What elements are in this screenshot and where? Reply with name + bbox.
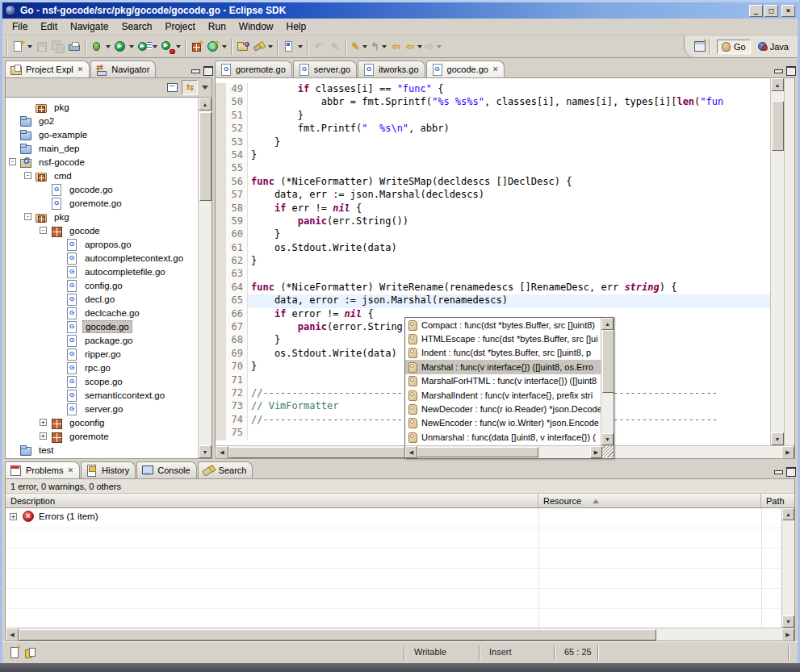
tree-item-gocode[interactable]: -gocode <box>6 223 198 237</box>
tab-itworks-go[interactable]: itworks.go <box>358 61 425 77</box>
tree-item-semanticcontext-go[interactable]: semanticcontext.go <box>6 388 198 402</box>
tree-item-config-go[interactable]: config.go <box>6 278 198 292</box>
editor-presentation-icon[interactable] <box>25 648 36 658</box>
run-button[interactable]: ▶ <box>112 38 136 56</box>
tab-goremote-go[interactable]: goremote.go <box>215 61 292 77</box>
perspective-go-button[interactable]: Go <box>717 40 751 54</box>
scroll-up-icon[interactable]: ▲ <box>199 98 212 111</box>
tree-item-go-example[interactable]: go-example <box>6 127 198 141</box>
open-type-button[interactable] <box>235 38 251 56</box>
expander-plus-icon[interactable]: + <box>40 419 47 426</box>
menu-help[interactable]: Help <box>280 19 313 34</box>
annotation-nav-button[interactable] <box>281 38 304 56</box>
save-all-button[interactable] <box>50 38 66 56</box>
expander-minus-icon[interactable]: - <box>40 227 47 234</box>
code-line-50[interactable]: 50 abbr = fmt.Sprintf("%s %s%s", classes… <box>216 96 770 109</box>
tree-item-goremote[interactable]: +goremote <box>6 429 198 443</box>
perspective-java-button[interactable]: Java <box>754 40 793 53</box>
run-last-button[interactable]: ▶ <box>159 38 182 56</box>
expander-plus-icon[interactable]: + <box>40 432 47 440</box>
close-button[interactable]: × <box>781 5 795 17</box>
scroll-left-icon[interactable]: ◀ <box>6 628 19 641</box>
completion-item-newdecoder[interactable]: NewDecoder : func(r io.Reader) *json.Dec… <box>405 402 601 415</box>
scroll-down-icon[interactable]: ▼ <box>782 616 794 628</box>
maximize-view-icon[interactable] <box>785 467 795 475</box>
tab-server-go[interactable]: server.go <box>293 61 357 77</box>
scroll-down-icon[interactable]: ▼ <box>199 445 212 458</box>
code-line-57[interactable]: 57 data, err := json.Marshal(decldescs) <box>216 189 770 202</box>
dropdown-arrow-icon[interactable] <box>129 45 134 51</box>
dropdown-arrow-icon[interactable] <box>417 45 422 51</box>
code-line-65[interactable]: 65 data, error := json.Marshal(renamedes… <box>216 294 770 307</box>
scroll-up-icon[interactable]: ▲ <box>782 508 794 520</box>
dropdown-arrow-icon[interactable] <box>176 45 181 51</box>
dropdown-arrow-icon[interactable] <box>106 45 111 51</box>
fast-view-icon[interactable] <box>10 647 19 658</box>
tree-item-goconfig[interactable]: +goconfig <box>6 415 198 429</box>
tree-item-go2[interactable]: go2 <box>6 114 198 127</box>
maximize-button[interactable]: □ <box>764 5 778 17</box>
completion-item-indent[interactable]: Indent : func(dst *bytes.Buffer, src []u… <box>405 346 601 360</box>
scroll-up-icon[interactable]: ▲ <box>601 318 614 330</box>
expander-minus-icon[interactable]: - <box>24 172 31 179</box>
go-into-button[interactable]: ↰ <box>369 38 388 56</box>
scroll-down-icon[interactable]: ▼ <box>601 433 614 445</box>
popup-horizontal-scrollbar[interactable]: ◀ ▶ <box>405 445 614 458</box>
code-line-52[interactable]: 52 fmt.Printf(" %s\n", abbr) <box>216 123 770 136</box>
format-button[interactable]: ✎ <box>327 38 343 56</box>
expander-minus-icon[interactable]: - <box>9 158 16 165</box>
menu-file[interactable]: File <box>6 19 34 34</box>
code-line-49[interactable]: 49 if classes[i] == "func" { <box>216 83 770 96</box>
tree-item-main-dep[interactable]: main_dep <box>6 141 198 155</box>
minimize-view-icon[interactable] <box>773 66 783 74</box>
new-package-button[interactable]: ✦ <box>189 38 205 56</box>
tab-history[interactable]: History <box>81 461 136 478</box>
collapse-all-icon[interactable] <box>167 83 178 92</box>
completion-item-htmlescape[interactable]: HTMLEscape : func(dst *bytes.Buffer, src… <box>405 332 601 345</box>
back-to-button[interactable]: ⇦ <box>388 38 404 56</box>
dropdown-arrow-icon[interactable] <box>362 45 367 51</box>
menu-project[interactable]: Project <box>158 19 201 34</box>
scrollbar-thumb[interactable] <box>602 330 614 393</box>
tab-navigator[interactable]: Navigator <box>90 61 156 77</box>
minimize-button[interactable]: _ <box>749 5 763 17</box>
code-line-60[interactable]: 60 } <box>216 228 770 241</box>
link-with-editor-icon[interactable]: ⇆ <box>182 80 198 95</box>
editor-vertical-scrollbar[interactable]: ▲ ▼ <box>770 78 784 445</box>
problems-row-errors-1-item-[interactable]: +Errors (1 item) <box>6 508 781 524</box>
scroll-left-icon[interactable]: ◀ <box>405 446 417 458</box>
tree-item-goremote-go[interactable]: goremote.go <box>6 196 198 210</box>
tree-item-ripper-go[interactable]: ripper.go <box>6 347 198 361</box>
dropdown-arrow-icon[interactable] <box>268 45 273 51</box>
completion-item-marshal[interactable]: Marshal : func(v interface{}) ([]uint8, … <box>405 360 601 374</box>
completion-item-compact[interactable]: Compact : func(dst *bytes.Buffer, src []… <box>405 318 601 332</box>
scroll-right-icon[interactable]: ▶ <box>590 446 602 458</box>
maximize-view-icon[interactable] <box>203 66 212 74</box>
tree-item-pkg[interactable]: -pkg <box>6 210 198 223</box>
dropdown-arrow-icon[interactable] <box>27 45 32 51</box>
tree-item-pkg[interactable]: pkg <box>6 100 198 114</box>
scrollbar-thumb[interactable] <box>772 101 784 151</box>
minimize-view-icon[interactable] <box>191 66 200 74</box>
dropdown-arrow-icon[interactable] <box>222 45 227 51</box>
scroll-left-icon[interactable]: ◀ <box>216 446 228 459</box>
tree-item-autocompletefile-go[interactable]: autocompletefile.go <box>6 265 198 278</box>
dropdown-arrow-icon[interactable] <box>382 45 387 51</box>
popup-vertical-scrollbar[interactable]: ▲ ▼ <box>601 318 614 445</box>
tree-item-declcache-go[interactable]: declcache.go <box>6 306 198 319</box>
tree-item-cmd[interactable]: -cmd <box>6 169 198 182</box>
code-line-58[interactable]: 58 if err != nil { <box>216 202 770 215</box>
scroll-right-icon[interactable]: ▶ <box>781 628 794 641</box>
tree-item-autocompletecontext-go[interactable]: autocompletecontext.go <box>6 251 198 265</box>
new-wizard-button[interactable]: ✦ <box>10 38 34 56</box>
popup-resize-grip[interactable] <box>602 446 614 457</box>
expander-minus-icon[interactable]: - <box>24 213 31 220</box>
tab-console[interactable]: Console <box>136 461 196 478</box>
tree-item-decl-go[interactable]: decl.go <box>6 292 198 306</box>
menu-window[interactable]: Window <box>232 19 280 34</box>
problems-horizontal-scrollbar[interactable]: ◀ ▶ <box>6 628 794 641</box>
code-line-64[interactable]: 64func (*NiceFormatter) WriteRename(rena… <box>216 282 770 294</box>
tab-gocode-go[interactable]: gocode.go✕ <box>426 61 505 77</box>
undo-edit-button[interactable]: ↶ <box>311 38 327 56</box>
code-line-54[interactable]: 54} <box>216 149 770 162</box>
